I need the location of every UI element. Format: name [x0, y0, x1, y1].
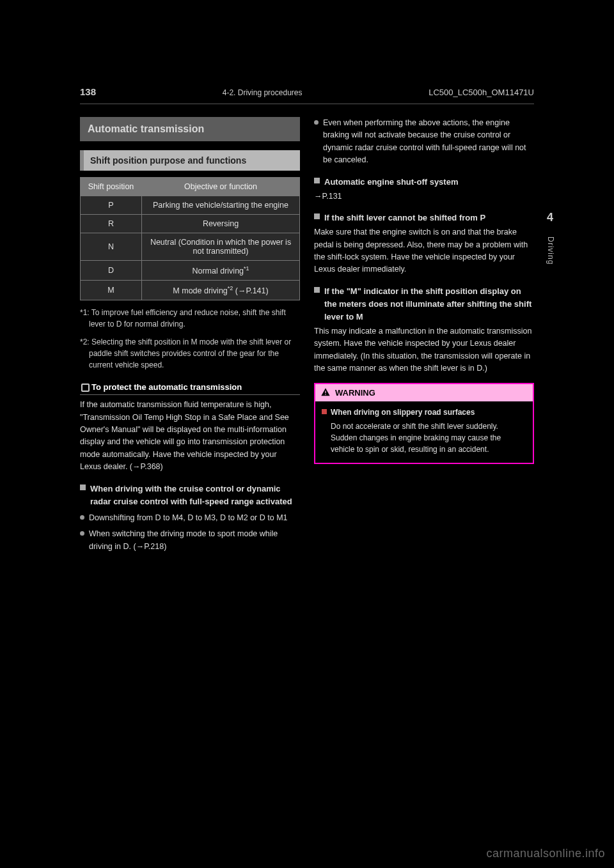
warning-header: WARNING	[315, 384, 533, 402]
bullet-item: Downshifting from D to M4, D to M3, D to…	[80, 512, 300, 524]
footnote-marker: *1	[244, 265, 249, 272]
note-block: If the "M" indicator in the shift positi…	[314, 285, 534, 375]
cell-desc: M mode driving*2 (→P.141)	[142, 281, 300, 300]
note-body: This may indicate a malfunction in the a…	[314, 325, 534, 375]
svg-rect-0	[325, 391, 326, 394]
note-heading: If the "M" indicator in the shift positi…	[314, 285, 534, 323]
table-row: D Normal driving*1	[81, 261, 300, 281]
cell-pos: P	[81, 196, 142, 215]
cell-pos: M	[81, 281, 142, 300]
note-body: Make sure that the engine switch is on a…	[314, 226, 534, 276]
chapter-number-tab: 4	[547, 211, 553, 224]
cell-desc: Neutral (Condition in which the power is…	[142, 233, 300, 261]
table-header-row: Shift position Objective or function	[81, 178, 300, 196]
two-column-layout: Automatic transmission Shift position pu…	[80, 117, 534, 553]
col-shift: Shift position	[81, 178, 142, 196]
page-number: 138	[80, 86, 96, 97]
shift-position-table: Shift position Objective or function P P…	[80, 177, 300, 300]
left-column: Automatic transmission Shift position pu…	[80, 117, 300, 553]
footnote-1: *1: To improve fuel efficiency and reduc…	[80, 307, 300, 330]
warning-text: Do not accelerate or shift the shift lev…	[322, 421, 526, 455]
note-heading: Automatic engine shut-off system	[314, 176, 534, 189]
note-heading: When driving with the cruise control or …	[80, 483, 300, 508]
topic-heading: Automatic transmission	[80, 117, 300, 141]
watermark-text: carmanualsonline.info	[486, 847, 605, 860]
cell-desc: Normal driving*1	[142, 261, 300, 281]
page-header: 138 4-2. Driving procedures LC500_LC500h…	[80, 86, 534, 104]
table-row: P Parking the vehicle/starting the engin…	[81, 196, 300, 215]
right-column: Even when performing the above actions, …	[314, 117, 534, 553]
cell-pos: D	[81, 261, 142, 281]
footnote-2: *2: Selecting the shift position in M mo…	[80, 336, 300, 371]
desc-text: M mode driving	[173, 286, 227, 295]
cell-pos: R	[81, 215, 142, 233]
page-ref: (→P.141)	[233, 286, 268, 295]
table-row: R Reversing	[81, 215, 300, 233]
cell-desc: Reversing	[142, 215, 300, 233]
bullet-item: When switching the driving mode to sport…	[80, 528, 300, 553]
bullet-item: Even when performing the above actions, …	[314, 117, 534, 167]
note-body: →P.131	[314, 190, 534, 203]
cell-pos: N	[81, 233, 142, 261]
chapter-label-tab: Driving	[546, 236, 555, 265]
col-function: Objective or function	[142, 178, 300, 196]
warning-box: WARNING When driving on slippery road su…	[314, 383, 534, 465]
note-block: When driving with the cruise control or …	[80, 483, 300, 553]
page-content: 138 4-2. Driving procedures LC500_LC500h…	[80, 86, 534, 553]
svg-rect-1	[325, 394, 326, 395]
note-block: If the shift lever cannot be shifted fro…	[314, 212, 534, 276]
section-title: To protect the automatic transmission	[80, 380, 300, 395]
desc-text: Normal driving	[192, 267, 244, 275]
subheading: Shift position purpose and functions	[80, 150, 300, 171]
warning-body: When driving on slippery road surfaces D…	[315, 401, 533, 463]
body-paragraph: If the automatic transmission fluid temp…	[80, 399, 300, 473]
section-crumb: 4-2. Driving procedures	[223, 88, 303, 97]
warning-label: WARNING	[335, 387, 375, 399]
table-row: M M mode driving*2 (→P.141)	[81, 281, 300, 300]
note-heading: If the shift lever cannot be shifted fro…	[314, 212, 534, 224]
note-block: Automatic engine shut-off system →P.131	[314, 176, 534, 203]
model-code: LC500_LC500h_OM11471U	[429, 88, 534, 97]
warning-triangle-icon	[320, 387, 331, 398]
warning-heading: When driving on slippery road surfaces	[322, 407, 526, 418]
table-row: N Neutral (Condition in which the power …	[81, 233, 300, 261]
cell-desc: Parking the vehicle/starting the engine	[142, 196, 300, 215]
